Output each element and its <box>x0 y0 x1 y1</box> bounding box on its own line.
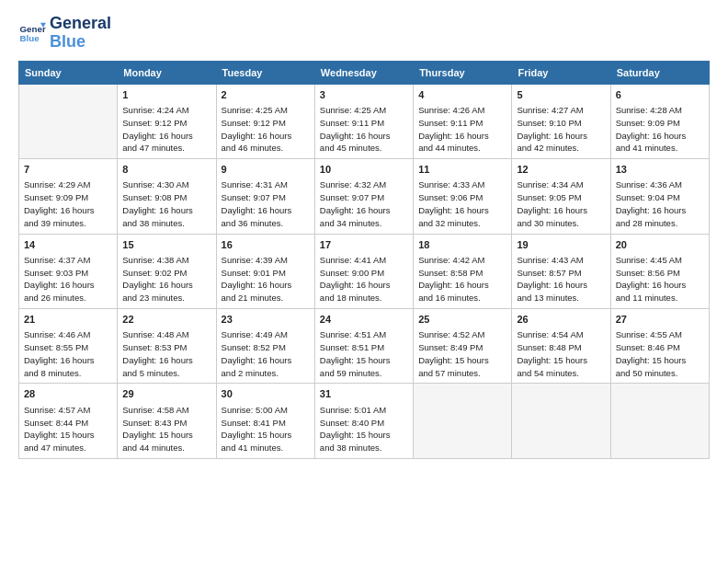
day-of-week-header: Thursday <box>414 61 512 84</box>
page-header: General Blue General Blue <box>18 15 710 52</box>
day-info: Sunrise: 4:31 AM Sunset: 9:07 PM Dayligh… <box>222 178 310 229</box>
day-number: 29 <box>122 387 210 401</box>
calendar-week-row: 1Sunrise: 4:24 AM Sunset: 9:12 PM Daylig… <box>19 84 710 158</box>
calendar-cell: 19Sunrise: 4:43 AM Sunset: 8:57 PM Dayli… <box>512 234 610 308</box>
calendar-cell: 11Sunrise: 4:33 AM Sunset: 9:06 PM Dayli… <box>414 159 512 234</box>
day-info: Sunrise: 4:29 AM Sunset: 9:09 PM Dayligh… <box>24 178 112 229</box>
day-number: 13 <box>616 163 704 177</box>
calendar-cell: 29Sunrise: 4:58 AM Sunset: 8:43 PM Dayli… <box>118 384 216 458</box>
day-info: Sunrise: 4:32 AM Sunset: 9:07 PM Dayligh… <box>320 178 408 229</box>
day-info: Sunrise: 4:38 AM Sunset: 9:02 PM Dayligh… <box>122 254 210 304</box>
day-info: Sunrise: 4:48 AM Sunset: 8:53 PM Dayligh… <box>122 328 210 379</box>
day-number: 14 <box>24 238 112 252</box>
calendar-cell: 8Sunrise: 4:30 AM Sunset: 9:08 PM Daylig… <box>118 159 216 234</box>
calendar-cell <box>610 384 709 458</box>
logo-text: General Blue <box>50 15 111 52</box>
calendar-week-row: 7Sunrise: 4:29 AM Sunset: 9:09 PM Daylig… <box>19 159 710 234</box>
day-info: Sunrise: 4:25 AM Sunset: 9:12 PM Dayligh… <box>222 104 310 155</box>
calendar-cell: 31Sunrise: 5:01 AM Sunset: 8:40 PM Dayli… <box>314 384 413 458</box>
calendar-cell: 6Sunrise: 4:28 AM Sunset: 9:09 PM Daylig… <box>610 84 709 158</box>
day-number: 10 <box>320 163 408 177</box>
calendar-cell: 15Sunrise: 4:38 AM Sunset: 9:02 PM Dayli… <box>118 234 216 308</box>
calendar-week-row: 14Sunrise: 4:37 AM Sunset: 9:03 PM Dayli… <box>19 234 710 308</box>
day-number: 11 <box>418 163 506 177</box>
day-number: 3 <box>320 88 408 102</box>
day-info: Sunrise: 4:43 AM Sunset: 8:57 PM Dayligh… <box>517 254 605 304</box>
day-info: Sunrise: 4:30 AM Sunset: 9:08 PM Dayligh… <box>122 178 210 229</box>
day-info: Sunrise: 4:36 AM Sunset: 9:04 PM Dayligh… <box>616 178 704 229</box>
day-number: 8 <box>122 163 210 177</box>
day-info: Sunrise: 4:51 AM Sunset: 8:51 PM Dayligh… <box>320 328 408 379</box>
day-number: 6 <box>616 88 704 102</box>
calendar-cell: 10Sunrise: 4:32 AM Sunset: 9:07 PM Dayli… <box>314 159 413 234</box>
day-info: Sunrise: 5:00 AM Sunset: 8:41 PM Dayligh… <box>222 404 310 454</box>
day-info: Sunrise: 4:24 AM Sunset: 9:12 PM Dayligh… <box>122 104 210 155</box>
calendar-cell <box>19 84 118 158</box>
day-info: Sunrise: 4:25 AM Sunset: 9:11 PM Dayligh… <box>320 104 408 155</box>
day-info: Sunrise: 4:37 AM Sunset: 9:03 PM Dayligh… <box>24 254 112 304</box>
day-number: 15 <box>122 238 210 252</box>
calendar-cell: 18Sunrise: 4:42 AM Sunset: 8:58 PM Dayli… <box>414 234 512 308</box>
calendar-cell: 24Sunrise: 4:51 AM Sunset: 8:51 PM Dayli… <box>314 308 413 383</box>
day-number: 4 <box>418 88 506 102</box>
logo-icon: General Blue <box>18 19 46 47</box>
day-info: Sunrise: 4:57 AM Sunset: 8:44 PM Dayligh… <box>24 404 112 454</box>
day-info: Sunrise: 4:45 AM Sunset: 8:56 PM Dayligh… <box>616 254 704 304</box>
day-number: 23 <box>222 313 310 327</box>
day-info: Sunrise: 4:27 AM Sunset: 9:10 PM Dayligh… <box>517 104 605 155</box>
calendar-cell: 30Sunrise: 5:00 AM Sunset: 8:41 PM Dayli… <box>216 384 314 458</box>
calendar-cell: 17Sunrise: 4:41 AM Sunset: 9:00 PM Dayli… <box>314 234 413 308</box>
calendar-cell: 5Sunrise: 4:27 AM Sunset: 9:10 PM Daylig… <box>512 84 610 158</box>
day-info: Sunrise: 4:52 AM Sunset: 8:49 PM Dayligh… <box>418 328 506 379</box>
day-number: 19 <box>517 238 605 252</box>
calendar-cell: 26Sunrise: 4:54 AM Sunset: 8:48 PM Dayli… <box>512 308 610 383</box>
day-number: 17 <box>320 238 408 252</box>
svg-text:Blue: Blue <box>20 33 40 43</box>
calendar-cell: 3Sunrise: 4:25 AM Sunset: 9:11 PM Daylig… <box>314 84 413 158</box>
calendar-cell: 13Sunrise: 4:36 AM Sunset: 9:04 PM Dayli… <box>610 159 709 234</box>
calendar-week-row: 28Sunrise: 4:57 AM Sunset: 8:44 PM Dayli… <box>19 384 710 458</box>
calendar-cell: 27Sunrise: 4:55 AM Sunset: 8:46 PM Dayli… <box>610 308 709 383</box>
day-number: 25 <box>418 313 506 327</box>
day-info: Sunrise: 4:26 AM Sunset: 9:11 PM Dayligh… <box>418 104 506 155</box>
day-info: Sunrise: 4:33 AM Sunset: 9:06 PM Dayligh… <box>418 178 506 229</box>
day-number: 20 <box>616 238 704 252</box>
day-info: Sunrise: 4:55 AM Sunset: 8:46 PM Dayligh… <box>616 328 704 379</box>
day-info: Sunrise: 4:49 AM Sunset: 8:52 PM Dayligh… <box>222 328 310 379</box>
calendar-cell: 2Sunrise: 4:25 AM Sunset: 9:12 PM Daylig… <box>216 84 314 158</box>
day-info: Sunrise: 4:46 AM Sunset: 8:55 PM Dayligh… <box>24 328 112 379</box>
calendar-cell: 21Sunrise: 4:46 AM Sunset: 8:55 PM Dayli… <box>19 308 118 383</box>
calendar-cell: 9Sunrise: 4:31 AM Sunset: 9:07 PM Daylig… <box>216 159 314 234</box>
day-number: 2 <box>222 88 310 102</box>
calendar-week-row: 21Sunrise: 4:46 AM Sunset: 8:55 PM Dayli… <box>19 308 710 383</box>
day-number: 30 <box>222 387 310 401</box>
calendar-cell: 23Sunrise: 4:49 AM Sunset: 8:52 PM Dayli… <box>216 308 314 383</box>
day-info: Sunrise: 4:28 AM Sunset: 9:09 PM Dayligh… <box>616 104 704 155</box>
logo: General Blue General Blue <box>18 15 111 52</box>
day-info: Sunrise: 4:58 AM Sunset: 8:43 PM Dayligh… <box>122 404 210 454</box>
day-of-week-header: Sunday <box>19 61 118 84</box>
day-number: 16 <box>222 238 310 252</box>
day-info: Sunrise: 4:54 AM Sunset: 8:48 PM Dayligh… <box>517 328 605 379</box>
calendar-cell: 14Sunrise: 4:37 AM Sunset: 9:03 PM Dayli… <box>19 234 118 308</box>
calendar-header-row: SundayMondayTuesdayWednesdayThursdayFrid… <box>19 61 710 84</box>
day-number: 7 <box>24 163 112 177</box>
day-info: Sunrise: 4:41 AM Sunset: 9:00 PM Dayligh… <box>320 254 408 304</box>
day-number: 31 <box>320 387 408 401</box>
day-number: 18 <box>418 238 506 252</box>
day-of-week-header: Monday <box>118 61 216 84</box>
day-number: 24 <box>320 313 408 327</box>
calendar-cell: 20Sunrise: 4:45 AM Sunset: 8:56 PM Dayli… <box>610 234 709 308</box>
day-number: 27 <box>616 313 704 327</box>
day-info: Sunrise: 4:39 AM Sunset: 9:01 PM Dayligh… <box>222 254 310 304</box>
day-of-week-header: Wednesday <box>314 61 413 84</box>
day-info: Sunrise: 4:42 AM Sunset: 8:58 PM Dayligh… <box>418 254 506 304</box>
day-number: 12 <box>517 163 605 177</box>
calendar-table: SundayMondayTuesdayWednesdayThursdayFrid… <box>18 61 710 459</box>
day-of-week-header: Saturday <box>610 61 709 84</box>
day-number: 9 <box>222 163 310 177</box>
calendar-cell: 28Sunrise: 4:57 AM Sunset: 8:44 PM Dayli… <box>19 384 118 458</box>
day-number: 21 <box>24 313 112 327</box>
day-of-week-header: Tuesday <box>216 61 314 84</box>
calendar-cell: 4Sunrise: 4:26 AM Sunset: 9:11 PM Daylig… <box>414 84 512 158</box>
